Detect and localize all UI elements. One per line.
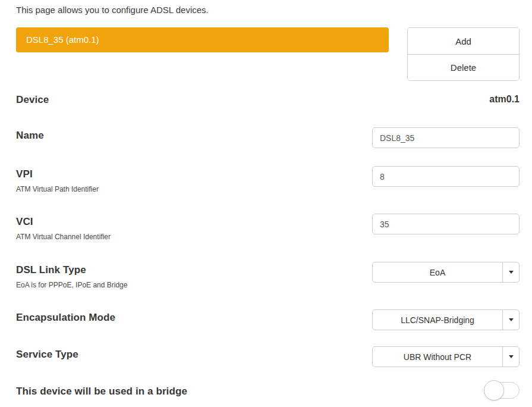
service-type-row: Service Type UBR Without PCR (16, 346, 520, 367)
vpi-control-col (372, 166, 520, 187)
selected-device-button[interactable]: DSL8_35 (atm0.1) (16, 27, 389, 52)
device-value: atm0.1 (489, 94, 520, 105)
vpi-label-col: VPI ATM Virtual Path Identifier (16, 166, 99, 193)
add-button[interactable]: Add (408, 28, 519, 54)
dsl-link-type-selected-value: EoA (373, 262, 502, 282)
name-row: Name (16, 127, 520, 148)
vci-input[interactable] (372, 214, 520, 234)
bridge-label-col: This device will be used in a bridge (16, 383, 187, 397)
bridge-row: This device will be used in a bridge (16, 383, 520, 399)
caret-down-icon[interactable] (502, 347, 519, 367)
vpi-input[interactable] (372, 166, 520, 187)
vci-help-text: ATM Virtual Channel Identifier (16, 233, 111, 241)
name-label-col: Name (16, 127, 44, 142)
caret-down-icon[interactable] (502, 262, 519, 282)
encapsulation-mode-label: Encapsulation Mode (16, 312, 115, 324)
encapsulation-mode-row: Encapsulation Mode LLC/SNAP-Bridging (16, 309, 520, 330)
service-type-control-col: UBR Without PCR (372, 346, 520, 367)
name-label: Name (16, 130, 44, 142)
device-label: Device (16, 94, 49, 106)
bridge-label: This device will be used in a bridge (16, 386, 187, 397)
encapsulation-mode-label-col: Encapsulation Mode (16, 309, 115, 324)
bridge-toggle[interactable] (485, 382, 520, 399)
name-control-col (372, 127, 520, 148)
dsl-link-type-select[interactable]: EoA (372, 262, 520, 283)
adsl-config-page: This page allows you to configure ADSL d… (0, 0, 532, 399)
page-description: This page allows you to configure ADSL d… (16, 5, 520, 15)
device-actions-group: Add Delete (407, 27, 520, 81)
encapsulation-mode-select[interactable]: LLC/SNAP-Bridging (372, 309, 520, 330)
vci-label-col: VCI ATM Virtual Channel Identifier (16, 214, 111, 241)
service-type-label-col: Service Type (16, 346, 78, 361)
name-input[interactable] (372, 127, 520, 148)
device-row: Device atm0.1 (16, 94, 520, 106)
vpi-help-text: ATM Virtual Path Identifier (16, 185, 99, 193)
service-type-selected-value: UBR Without PCR (373, 347, 502, 367)
dsl-link-type-row: DSL Link Type EoA is for PPPoE, IPoE and… (16, 262, 520, 289)
service-type-select[interactable]: UBR Without PCR (372, 346, 520, 367)
delete-button[interactable]: Delete (408, 54, 519, 80)
bridge-control-col (372, 383, 520, 399)
vpi-row: VPI ATM Virtual Path Identifier (16, 166, 520, 193)
device-control-col: atm0.1 (372, 94, 520, 105)
device-selector-row: DSL8_35 (atm0.1) Add Delete (16, 27, 520, 81)
vci-label: VCI (16, 216, 111, 228)
vci-row: VCI ATM Virtual Channel Identifier (16, 214, 520, 241)
encapsulation-mode-control-col: LLC/SNAP-Bridging (372, 309, 520, 330)
caret-down-icon[interactable] (502, 310, 519, 330)
vci-control-col (372, 214, 520, 234)
dsl-link-type-label: DSL Link Type (16, 264, 127, 276)
dsl-link-type-label-col: DSL Link Type EoA is for PPPoE, IPoE and… (16, 262, 127, 289)
dsl-link-type-control-col: EoA (372, 262, 520, 283)
dsl-link-type-help-text: EoA is for PPPoE, IPoE and Bridge (16, 281, 127, 289)
vpi-label: VPI (16, 168, 99, 180)
device-label-col: Device (16, 94, 49, 106)
toggle-knob (484, 380, 504, 400)
encapsulation-mode-selected-value: LLC/SNAP-Bridging (373, 310, 502, 330)
service-type-label: Service Type (16, 349, 78, 361)
